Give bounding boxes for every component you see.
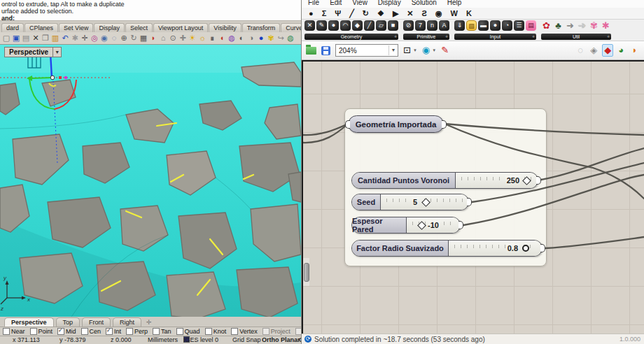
slider-label[interactable]: Seed [352, 194, 381, 210]
command-history[interactable]: ontrol to extrude, tap Alt to make a dup… [0, 0, 301, 21]
rhino-icon-rotate-view[interactable]: ↻ [129, 33, 139, 43]
rhino-icon-copy[interactable]: ❐ [41, 33, 50, 43]
rhino-icon-print[interactable]: ▤ [21, 33, 31, 43]
osnap-checkbox[interactable] [57, 328, 64, 335]
osnap-checkbox[interactable] [81, 328, 88, 335]
geometry-group-bar[interactable]: Geometry+ [304, 34, 398, 40]
osnap-checkbox[interactable] [231, 328, 238, 335]
rhino-icon-zoom-selected[interactable]: ◌ [109, 33, 119, 43]
icon-number-slider[interactable]: ▬ [478, 20, 489, 31]
slider-grip[interactable] [417, 221, 426, 230]
rhino-icon-home-view[interactable]: ⌂ [158, 33, 168, 43]
preview-mode-rendered-preview[interactable]: ◕ [616, 44, 626, 57]
icon-point-param[interactable]: ● [328, 20, 339, 31]
viewport-title-label[interactable]: Perspective [4, 47, 53, 57]
icon-surface-param[interactable]: ◆ [352, 20, 363, 31]
icon-sketch-param[interactable]: ✎ [316, 20, 327, 31]
osnap-point[interactable]: Point [30, 328, 53, 335]
rhino-icon-pan[interactable]: ✱ [70, 33, 80, 43]
zoom-dropdown-icon[interactable]: ▼ [388, 45, 398, 55]
category-tab-display[interactable]: ◉ [435, 8, 442, 19]
zoom-extents-icon[interactable]: ⊡ [403, 45, 411, 56]
geometry-param-component[interactable]: Geometría Importada [348, 115, 444, 133]
osnap-knot[interactable]: Knot [205, 328, 227, 335]
preview-mode-wireframe-preview[interactable]: ◈ [588, 44, 599, 57]
icon-integer-param[interactable]: 7 [415, 20, 426, 31]
osnap-perp[interactable]: Perp [126, 328, 148, 335]
viewport-tab-top[interactable]: Top [56, 317, 80, 327]
rhino-icon-cut[interactable]: ✕ [31, 33, 41, 43]
osnap-mid[interactable]: Mid [57, 328, 76, 335]
icon-cherry-picker[interactable]: ✿ [541, 20, 552, 31]
preview-dropdown-icon[interactable]: ▼ [432, 48, 436, 52]
viewport-title-dropdown-icon[interactable]: ▼ [53, 47, 62, 57]
slider-grip[interactable] [522, 176, 531, 185]
status-units[interactable]: Millimeters [148, 336, 178, 344]
expand-icon[interactable]: + [532, 34, 535, 40]
osnap-quad[interactable]: Quad [176, 328, 200, 335]
osnap-disable[interactable]: Disable [295, 328, 301, 335]
icon-panel[interactable]: ☰ [514, 20, 524, 31]
menu-help[interactable]: Help [447, 0, 462, 8]
category-tab-curve[interactable]: ↻ [363, 8, 369, 19]
category-tab-vector[interactable]: ╱ [349, 8, 354, 19]
rhino-icon-earth[interactable]: ◍ [286, 33, 295, 43]
icon-curve-param[interactable]: ◠ [340, 20, 351, 31]
osnap-tan[interactable]: Tan [153, 328, 172, 335]
util-group-bar[interactable]: Util+ [541, 34, 611, 40]
rhino-icon-hook[interactable]: ↪ [276, 33, 286, 43]
rhino-icon-move[interactable]: ✛ [80, 33, 90, 43]
icon-plane-param[interactable]: ▱ [376, 20, 386, 31]
rhino-icon-set-cplane[interactable]: ✚ [178, 33, 188, 43]
perspective-viewport[interactable]: x y z Perspective ▼ [0, 45, 301, 317]
rhino-icon-flower[interactable]: ✾ [266, 33, 276, 43]
icon-galapagos[interactable]: ✾ [589, 20, 599, 31]
osnap-project[interactable]: Project [262, 328, 290, 335]
slider-seed[interactable]: Seed 5 [351, 194, 469, 210]
icon-line-param[interactable]: ╱ [364, 20, 374, 31]
rhino-icon-viewport-layout[interactable]: ▦ [139, 33, 148, 43]
category-tab-params[interactable]: ● [309, 8, 314, 19]
rhino-tab-select[interactable]: Select [125, 23, 153, 32]
rhino-tab-curve-tools[interactable]: Curve Tools [281, 23, 301, 32]
sketch-pen-icon[interactable]: ✎ [441, 45, 449, 56]
icon-text-param[interactable]: A [439, 20, 449, 31]
rhino-icon-zoom-extents[interactable]: ⊕ [119, 33, 129, 43]
rhino-icon-save[interactable]: ▣ [11, 33, 21, 43]
rhino-icon-zoom-window[interactable]: ◉ [99, 33, 109, 43]
rhino-icon-zoom-dynamic[interactable]: ◎ [90, 33, 99, 43]
osnap-cen[interactable]: Cen [81, 328, 102, 335]
status-grid-snap[interactable]: Grid Snap [232, 336, 261, 344]
menu-display[interactable]: Display [378, 0, 401, 8]
slider-label[interactable]: Espesor Pared [352, 217, 407, 233]
osnap-checkbox[interactable] [3, 328, 10, 335]
expand-icon[interactable]: + [607, 34, 610, 40]
icon-boolean-param[interactable]: ⊘ [403, 20, 414, 31]
status-ortho[interactable]: Ortho [262, 336, 279, 344]
osnap-checkbox[interactable] [176, 328, 183, 335]
icon-null-param[interactable]: ✕ [304, 20, 315, 31]
icon-box-param[interactable]: ■ [388, 20, 398, 31]
open-file-icon[interactable] [306, 47, 316, 55]
icon-cluster[interactable]: ✱ [601, 20, 611, 31]
slider-label[interactable]: Factor Radio Suavizado [352, 241, 449, 256]
preview-mode-custom-preview[interactable]: ◑ [629, 44, 638, 57]
osnap-near[interactable]: Near [3, 328, 25, 335]
rhino-icon-lock[interactable]: ∎ [207, 33, 217, 43]
expand-icon[interactable]: + [445, 34, 448, 40]
icon-tree[interactable]: ♣ [553, 20, 564, 31]
menu-edit[interactable]: Edit [330, 0, 342, 8]
slider-factor-radio-suavizado[interactable]: Factor Radio Suavizado 0.8 [351, 240, 542, 257]
menu-file[interactable]: File [308, 0, 319, 8]
status-planar[interactable]: Planar [281, 336, 300, 344]
canvas-scrollbar-thumb[interactable] [304, 263, 309, 282]
rhino-tab-visibility[interactable]: Visibility [209, 23, 241, 32]
rhino-tab-set-view[interactable]: Set View [59, 23, 93, 32]
category-tab-weaverbird[interactable]: W [451, 8, 458, 19]
viewport-tab-right[interactable]: Right [113, 317, 141, 327]
category-tab-intersect[interactable]: ✕ [407, 8, 413, 19]
preview-mode-shaded-preview[interactable]: ◆ [602, 44, 613, 57]
category-tab-sets[interactable]: Ψ [335, 8, 341, 19]
rhino-tab-cplanes[interactable]: CPlanes [24, 23, 58, 32]
osnap-checkbox[interactable] [262, 328, 270, 335]
